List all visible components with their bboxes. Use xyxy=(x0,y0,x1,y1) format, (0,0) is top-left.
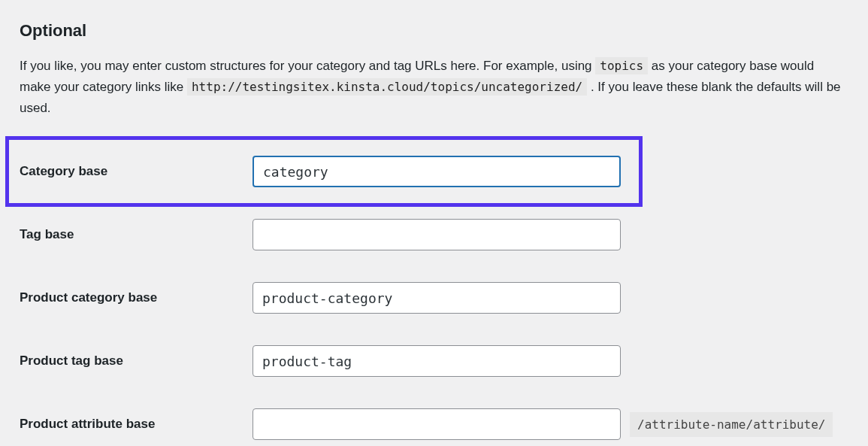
description-text-1: If you like, you may enter custom struct… xyxy=(20,59,595,73)
label-product-attribute-base: Product attribute base xyxy=(20,417,253,432)
label-product-category-base: Product category base xyxy=(20,290,253,305)
label-tag-base: Tag base xyxy=(20,227,253,242)
form-table: Category base Tag base Product category … xyxy=(20,140,848,446)
label-product-tag-base: Product tag base xyxy=(20,353,253,369)
row-product-tag-base: Product tag base xyxy=(20,329,848,393)
input-product-category-base[interactable] xyxy=(253,282,621,314)
description-code-topics: topics xyxy=(595,57,648,74)
input-category-base[interactable] xyxy=(253,156,621,187)
row-product-attribute-base: Product attribute base /attribute-name/a… xyxy=(20,393,848,446)
row-tag-base: Tag base xyxy=(20,203,848,266)
section-heading: Optional xyxy=(20,21,848,41)
label-category-base: Category base xyxy=(20,164,253,179)
input-tag-base[interactable] xyxy=(253,219,621,250)
input-product-tag-base[interactable] xyxy=(253,345,621,377)
description-code-url: http://testingsitex.kinsta.cloud/topics/… xyxy=(187,78,587,96)
row-category-base: Category base xyxy=(9,140,639,203)
input-product-attribute-base[interactable] xyxy=(253,408,621,440)
product-attribute-suffix: /attribute-name/attribute/ xyxy=(630,412,833,437)
section-description: If you like, you may enter custom struct… xyxy=(20,56,846,119)
row-product-category-base: Product category base xyxy=(20,266,848,329)
